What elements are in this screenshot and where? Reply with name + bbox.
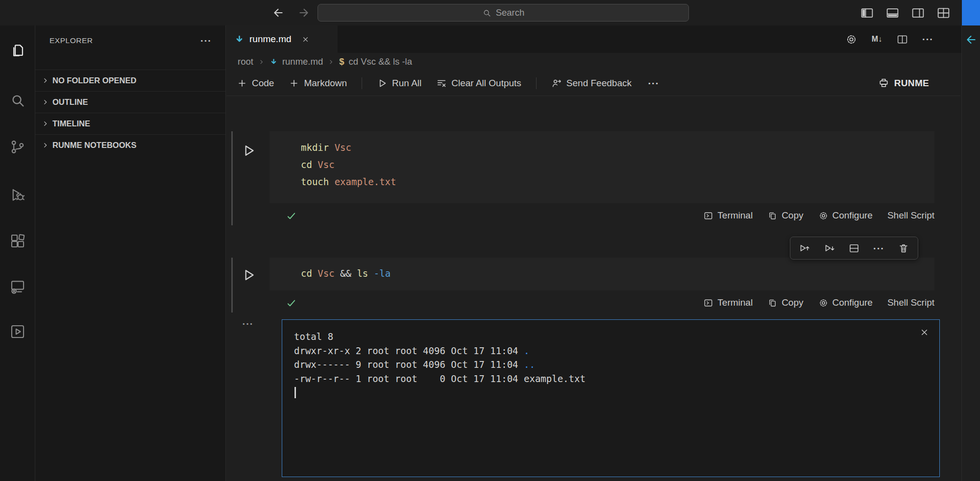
terminal-button[interactable]: Terminal [703,297,753,308]
markdown-preview-icon[interactable]: M↓ [871,33,883,46]
chevron-right-icon [327,58,335,66]
section-label: NO FOLDER OPENED [52,76,136,85]
cell-editor[interactable]: mkdir Vsccd Vsctouch example.txt [270,131,934,203]
code-token: Vsc [318,159,334,170]
code-token: total 8 [294,331,333,342]
code-line: -rw-r--r-- 1 root root 0 Oct 17 11:04 ex… [294,372,910,386]
toggle-primary-sidebar-icon[interactable] [860,6,874,20]
search-icon[interactable] [9,92,26,109]
toolbar-more-icon[interactable]: ··· [646,77,661,89]
terminal-label: Terminal [717,297,753,308]
success-check-icon [286,210,297,221]
history-forward-icon[interactable] [297,6,310,19]
toggle-panel-icon[interactable] [885,6,900,20]
section-label: TIMELINE [52,119,90,128]
sidebar-section-outline[interactable]: OUTLINE [35,91,225,113]
plus-icon [289,78,299,89]
toolbar-divider [362,77,362,89]
code-line: total 8 [294,330,910,344]
focus-left-arrow-icon[interactable] [965,33,978,46]
cell-output: total 8drwxr-xr-x 2 root root 4096 Oct 1… [282,319,940,477]
code-line: drwx------ 9 root root 4096 Oct 17 11:04… [294,358,910,372]
chevron-right-icon [41,141,49,149]
configure-button[interactable]: Configure [818,210,873,221]
configure-button[interactable]: Configure [818,297,873,308]
play-icon [241,143,256,158]
cell-editor[interactable]: cd Vsc && ls -la [270,258,934,290]
send-feedback-label: Send Feedback [566,78,632,89]
activity-bar [0,25,35,481]
search-placeholder: Search [496,7,525,18]
sidebar-section-timeline[interactable]: TIMELINE [35,113,225,134]
language-picker[interactable]: Shell Script [887,210,934,221]
output-more-icon[interactable]: ··· [239,317,257,330]
chevron-right-icon [258,58,265,66]
notebook-body: mkdir Vsccd Vsctouch example.txt Termina… [226,96,980,481]
notebook-settings-icon[interactable] [845,33,858,46]
tab-close-icon[interactable] [301,35,310,44]
send-feedback-button[interactable]: Send Feedback [551,78,632,89]
delete-cell-icon[interactable] [898,242,909,254]
customize-layout-icon[interactable] [936,6,951,20]
clear-output-icon[interactable] [919,327,930,337]
code-line: drwxr-xr-x 2 root root 4096 Oct 17 11:04… [294,344,910,358]
secondary-group-strip [961,25,980,481]
more-actions-icon[interactable]: ··· [873,242,885,254]
terminal-button[interactable]: Terminal [703,210,753,221]
toolbar-divider [536,77,537,89]
run-cell-and-below-icon[interactable] [824,242,835,254]
run-cell-button[interactable] [241,267,256,283]
plus-icon [237,78,247,89]
cell-focus-bar [231,258,233,313]
window-corner-accent [962,0,980,25]
history-back-icon[interactable] [272,6,285,19]
configure-label: Configure [833,210,873,221]
language-label: Shell Script [887,210,934,221]
terminal-cursor [294,387,296,398]
remote-explorer-icon[interactable] [9,278,26,295]
sidebar-section-runme-notebooks[interactable]: RUNME NOTEBOOKS [35,134,225,156]
terminal-icon [703,211,713,221]
toggle-secondary-sidebar-icon[interactable] [911,6,925,20]
explorer-icon[interactable] [9,42,26,59]
runme-brand-label: RUNME [894,78,929,89]
run-cell-button[interactable] [241,143,256,158]
add-code-cell-button[interactable]: Code [237,78,274,89]
run-cell-and-above-icon[interactable] [799,242,810,254]
code-line: mkdir Vsc [301,139,934,156]
code-token: .. [524,359,535,370]
code-token: . [524,345,529,356]
copy-button[interactable]: Copy [767,297,803,308]
split-editor-icon[interactable] [896,33,908,46]
language-picker[interactable]: Shell Script [887,297,934,308]
tab-runme-md[interactable]: runme.md [226,25,338,53]
copy-button[interactable]: Copy [767,210,803,221]
split-cell-icon[interactable] [848,242,860,254]
breadcrumb-root[interactable]: root [238,56,253,67]
run-and-debug-icon[interactable] [9,187,26,203]
sidebar-section-no-folder-opened[interactable]: NO FOLDER OPENED [35,70,225,91]
layout-actions [860,0,951,25]
runme-panel-icon[interactable] [9,323,26,340]
section-label: OUTLINE [52,97,88,107]
clear-all-outputs-button[interactable]: Clear All Outputs [436,78,521,89]
code-token: drwxr-xr-x 2 root root 4096 Oct 17 11:04 [294,345,524,356]
breadcrumb-file[interactable]: runme.md [282,56,323,67]
add-markdown-cell-button[interactable]: Markdown [289,78,347,89]
section-label: RUNME NOTEBOOKS [52,141,136,150]
play-icon [377,78,388,89]
notebook-toolbar: Code Markdown Run All Clear All Outputs … [226,71,960,96]
editor-more-actions-icon[interactable]: ··· [922,33,934,46]
run-all-button[interactable]: Run All [377,78,421,89]
clear-all-label: Clear All Outputs [451,78,521,89]
code-token: mkdir [301,142,335,153]
source-control-icon[interactable] [9,139,26,155]
extensions-icon[interactable] [9,233,26,249]
sidebar-more-icon[interactable]: ··· [199,34,213,48]
sidebar-sections: NO FOLDER OPENED OUTLINE TIMELINE RUNME … [35,70,225,156]
breadcrumb-command[interactable]: cd Vsc && ls -la [348,56,412,67]
code-token: drwx------ 9 root root 4096 Oct 17 11:04 [294,359,524,370]
breadcrumb: root runme.md $ cd Vsc && ls -la [226,53,960,71]
terminal-icon [703,298,713,308]
command-center-search[interactable]: Search [318,4,689,22]
